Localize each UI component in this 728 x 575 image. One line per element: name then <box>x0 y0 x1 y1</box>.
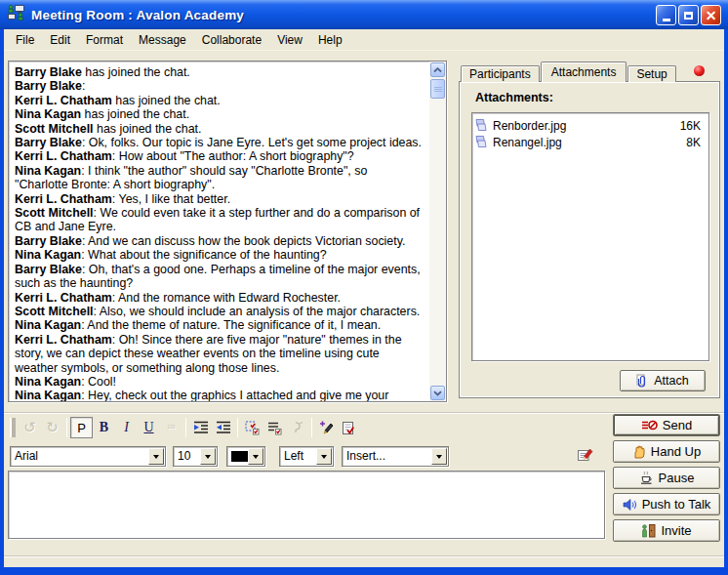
chat-message: Kerri L. Chatham: Oh! Since there are fi… <box>15 333 424 375</box>
menu-item-view[interactable]: View <box>269 30 310 50</box>
bold-icon: B <box>100 420 108 435</box>
edit-message-button[interactable] <box>578 447 594 467</box>
italic-icon: I <box>124 420 129 435</box>
send-label: Send <box>663 418 692 432</box>
spell-check-button[interactable] <box>338 417 360 438</box>
attachment-size: 8K <box>686 136 707 149</box>
indent-icon <box>193 420 209 435</box>
dropdown-arrow-icon[interactable] <box>431 448 447 465</box>
chat-message: Nina Kagan has joined the chat. <box>15 107 424 121</box>
scroll-up-button[interactable] <box>430 62 445 77</box>
menu-item-format[interactable]: Format <box>78 30 131 50</box>
font-family-value: Arial <box>11 449 147 463</box>
add-annotation-button[interactable] <box>315 417 338 438</box>
chat-message: Kerri L. Chatham: And the romance with E… <box>15 291 424 305</box>
attach-button-label: Attach <box>654 374 688 388</box>
font-size-icon: ¹²³ <box>168 424 176 432</box>
attachment-list[interactable]: Renborder.jpg 16K Renangel.jpg 8K <box>471 112 709 361</box>
coffee-cup-icon <box>639 471 654 485</box>
invite-button[interactable]: Invite <box>613 519 720 542</box>
message-input[interactable] <box>8 471 605 539</box>
menu-item-help[interactable]: Help <box>310 30 350 50</box>
menu-item-edit[interactable]: Edit <box>42 30 78 50</box>
tab-attachments[interactable]: Attachments <box>541 62 627 82</box>
menu-item-message[interactable]: Message <box>131 30 194 50</box>
menu-item-file[interactable]: File <box>8 30 42 50</box>
window-title: Meeting Room : Avalon Academy <box>31 8 244 22</box>
minimize-button[interactable] <box>656 5 676 25</box>
chat-message: Barry Blake: Oh, that's a good one. Perh… <box>15 263 424 291</box>
push-to-talk-label: Push to Talk <box>642 497 711 512</box>
toolbar-separator <box>237 418 238 437</box>
hand-up-button[interactable]: Hand Up <box>613 440 720 463</box>
chat-message: Scott Mitchell: We could even take it a … <box>15 206 424 234</box>
pointer-tool-icon <box>291 421 304 434</box>
tab-participants[interactable]: Participants <box>461 65 540 82</box>
undo-button: ↺ <box>19 417 41 438</box>
menu-item-collaborate[interactable]: Collaborate <box>194 30 269 50</box>
insert-value: Insert... <box>343 449 430 463</box>
indent-button[interactable] <box>189 417 212 438</box>
attachments-panel: Attachments: Renborder.jpg 16K Renangel.… <box>459 81 720 398</box>
tab-setup[interactable]: Setup <box>627 65 675 82</box>
chat-message: Scott Mitchell has joined the chat. <box>15 122 424 136</box>
plain-text-button[interactable]: P <box>70 417 93 438</box>
font-family-select[interactable]: Arial <box>10 446 166 467</box>
attachment-row[interactable]: Renborder.jpg 16K <box>474 117 707 134</box>
font-size-select[interactable]: 10 <box>173 446 218 467</box>
attachment-row[interactable]: Renangel.jpg 8K <box>474 134 707 150</box>
toolbar-separator <box>66 418 67 437</box>
scrollbar-thumb[interactable] <box>430 79 445 99</box>
close-button[interactable]: ✕ <box>701 5 721 25</box>
select-items-button[interactable] <box>241 417 263 438</box>
blue-notes-icon <box>474 118 489 133</box>
dropdown-arrow-icon[interactable] <box>148 448 164 465</box>
scroll-down-button[interactable] <box>430 386 445 400</box>
bold-button[interactable]: B <box>93 417 115 438</box>
font-color-swatch <box>231 451 248 462</box>
hand-up-label: Hand Up <box>651 444 701 459</box>
chat-message: Nina Kagan: Hey, check out the graphics … <box>15 389 424 401</box>
alignment-value: Left <box>280 449 315 463</box>
toolbar-separator <box>311 418 312 437</box>
list-check-button[interactable] <box>263 417 286 438</box>
italic-button[interactable]: I <box>115 417 138 438</box>
maximize-button[interactable] <box>678 5 699 25</box>
attachments-heading: Attachments: <box>475 91 553 104</box>
chat-message: Barry Blake: Ok, folks. Our topic is Jan… <box>15 136 424 149</box>
attach-button[interactable]: Attach <box>620 370 706 391</box>
chevron-up-icon <box>433 67 442 73</box>
redo-button: ↻ <box>41 417 63 438</box>
raised-hand-icon <box>632 445 646 459</box>
chevron-down-icon <box>433 390 442 396</box>
dropdown-arrow-icon[interactable] <box>200 448 216 465</box>
chat-message: Barry Blake has joined the chat. <box>15 65 424 79</box>
selection-checkbox-icon <box>245 421 260 435</box>
chat-transcript-box[interactable]: Barry Blake has joined the chat.Barry Bl… <box>8 61 447 402</box>
edit-note-icon <box>578 447 594 463</box>
plain-text-icon: P <box>77 421 86 435</box>
outdent-button[interactable] <box>212 417 234 438</box>
toolbar-grip[interactable] <box>10 418 16 437</box>
client-area: FileEditFormatMessageCollaborateViewHelp… <box>4 29 724 567</box>
chat-scrollbar[interactable] <box>429 62 446 401</box>
underline-button[interactable]: U <box>138 417 160 438</box>
redo-icon: ↻ <box>46 419 59 436</box>
pause-button[interactable]: Pause <box>613 467 720 489</box>
chat-message: Barry Blake: And we can discuss how the … <box>15 234 424 248</box>
maximize-icon <box>684 12 693 20</box>
push-to-talk-button[interactable]: Push to Talk <box>613 493 720 515</box>
alignment-select[interactable]: Left <box>279 446 334 467</box>
dropdown-arrow-icon[interactable] <box>248 448 263 465</box>
font-color-select[interactable] <box>226 446 265 467</box>
dropdown-arrow-icon[interactable] <box>316 448 332 465</box>
chat-message: Nina Kagan: I think "the author" should … <box>15 164 424 192</box>
speaker-icon <box>623 498 637 512</box>
list-checkbox-icon <box>267 421 282 435</box>
send-button[interactable]: Send <box>613 414 720 436</box>
insert-select[interactable]: Insert... <box>342 446 449 467</box>
close-icon: ✕ <box>706 9 717 22</box>
spell-check-icon <box>342 421 356 435</box>
underline-icon: U <box>143 420 153 435</box>
menu-bar: FileEditFormatMessageCollaborateViewHelp <box>4 29 724 51</box>
